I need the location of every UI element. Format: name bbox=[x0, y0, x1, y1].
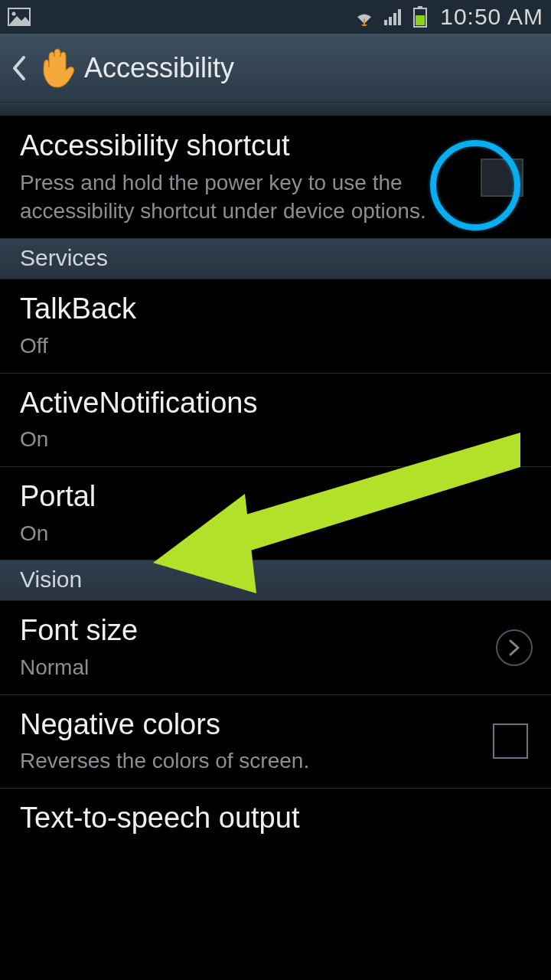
item-talkback[interactable]: TalkBack Off bbox=[0, 279, 551, 373]
item-title: Text-to-speech output bbox=[20, 801, 531, 836]
item-title: TalkBack bbox=[20, 292, 531, 327]
item-text-to-speech[interactable]: Text-to-speech output bbox=[0, 789, 551, 848]
item-status: Off bbox=[20, 332, 448, 361]
page-title: Accessibility bbox=[84, 52, 234, 84]
clock: 10:50 AM bbox=[440, 4, 543, 30]
header-bar: Accessibility bbox=[0, 34, 551, 103]
item-title: Negative colors bbox=[20, 707, 531, 743]
svg-point-1 bbox=[12, 12, 16, 16]
signal-icon bbox=[383, 8, 405, 26]
item-status: On bbox=[20, 519, 448, 548]
settings-list: Accessibility shortcut Press and hold th… bbox=[0, 116, 551, 848]
svg-rect-2 bbox=[384, 20, 387, 25]
svg-rect-8 bbox=[416, 15, 425, 25]
picture-icon bbox=[8, 8, 31, 26]
item-accessibility-shortcut[interactable]: Accessibility shortcut Press and hold th… bbox=[0, 116, 551, 239]
item-status: On bbox=[20, 425, 448, 454]
item-title: Font size bbox=[20, 613, 531, 648]
header-divider bbox=[0, 103, 551, 116]
chevron-right-icon bbox=[496, 629, 533, 666]
svg-rect-4 bbox=[393, 13, 396, 25]
item-font-size[interactable]: Font size Normal bbox=[0, 601, 551, 694]
back-button[interactable] bbox=[8, 49, 31, 87]
item-subtitle: Press and hold the power key to use the … bbox=[20, 168, 448, 227]
item-active-notifications[interactable]: ActiveNotifications On bbox=[0, 374, 551, 467]
item-portal[interactable]: Portal On bbox=[0, 467, 551, 560]
status-bar: 10:50 AM bbox=[0, 0, 551, 34]
item-value: Normal bbox=[20, 653, 448, 682]
svg-rect-3 bbox=[389, 17, 392, 25]
negative-colors-checkbox[interactable] bbox=[493, 724, 528, 759]
section-header-vision: Vision bbox=[0, 560, 551, 601]
wifi-icon bbox=[353, 8, 376, 26]
svg-rect-5 bbox=[398, 9, 401, 25]
item-title: Accessibility shortcut bbox=[20, 129, 531, 164]
item-subtitle: Reverses the colors of screen. bbox=[20, 746, 448, 776]
accessibility-hand-icon bbox=[34, 45, 80, 91]
item-title: ActiveNotifications bbox=[20, 386, 531, 421]
accessibility-shortcut-checkbox[interactable] bbox=[481, 158, 523, 197]
item-title: Portal bbox=[20, 479, 531, 514]
section-header-services: Services bbox=[0, 239, 551, 279]
item-negative-colors[interactable]: Negative colors Reverses the colors of s… bbox=[0, 695, 551, 789]
battery-icon bbox=[412, 6, 428, 28]
